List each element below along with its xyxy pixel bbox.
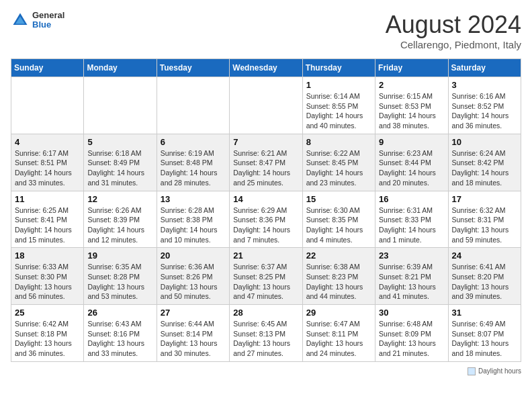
day-info: Sunrise: 6:45 AM Sunset: 8:13 PM Dayligh… <box>233 319 298 359</box>
calendar-cell: 11Sunrise: 6:25 AM Sunset: 8:41 PM Dayli… <box>11 191 84 248</box>
week-row-2: 4Sunrise: 6:17 AM Sunset: 8:51 PM Daylig… <box>11 134 521 191</box>
day-number: 19 <box>87 250 152 261</box>
calendar-cell: 27Sunrise: 6:44 AM Sunset: 8:14 PM Dayli… <box>157 305 229 362</box>
calendar-cell <box>230 77 302 134</box>
calendar-cell: 31Sunrise: 6:49 AM Sunset: 8:07 PM Dayli… <box>448 305 521 362</box>
calendar-cell: 21Sunrise: 6:37 AM Sunset: 8:25 PM Dayli… <box>230 248 302 305</box>
day-number: 18 <box>15 250 80 261</box>
logo-blue-text: Blue <box>32 20 64 30</box>
day-number: 30 <box>379 308 444 318</box>
day-number: 6 <box>161 137 226 147</box>
calendar-cell: 12Sunrise: 6:26 AM Sunset: 8:39 PM Dayli… <box>84 191 157 248</box>
weekday-header-sunday: Sunday <box>11 59 84 77</box>
day-info: Sunrise: 6:18 AM Sunset: 8:49 PM Dayligh… <box>87 148 152 188</box>
day-info: Sunrise: 6:31 AM Sunset: 8:33 PM Dayligh… <box>379 205 444 245</box>
calendar-cell: 29Sunrise: 6:47 AM Sunset: 8:11 PM Dayli… <box>302 305 375 362</box>
day-info: Sunrise: 6:21 AM Sunset: 8:47 PM Dayligh… <box>233 148 298 188</box>
day-info: Sunrise: 6:23 AM Sunset: 8:44 PM Dayligh… <box>379 148 444 188</box>
day-number: 27 <box>161 308 226 318</box>
day-info: Sunrise: 6:24 AM Sunset: 8:42 PM Dayligh… <box>452 148 517 188</box>
week-row-1: 1Sunrise: 6:14 AM Sunset: 8:55 PM Daylig… <box>11 77 521 134</box>
calendar-cell: 10Sunrise: 6:24 AM Sunset: 8:42 PM Dayli… <box>448 134 521 191</box>
calendar-cell: 6Sunrise: 6:19 AM Sunset: 8:48 PM Daylig… <box>157 134 229 191</box>
calendar-cell: 24Sunrise: 6:41 AM Sunset: 8:20 PM Dayli… <box>448 248 521 305</box>
calendar-cell: 2Sunrise: 6:15 AM Sunset: 8:53 PM Daylig… <box>375 77 448 134</box>
calendar-cell: 23Sunrise: 6:39 AM Sunset: 8:21 PM Dayli… <box>375 248 448 305</box>
day-number: 8 <box>306 137 371 147</box>
day-number: 9 <box>379 137 444 147</box>
day-number: 15 <box>306 194 371 204</box>
calendar-cell: 9Sunrise: 6:23 AM Sunset: 8:44 PM Daylig… <box>375 134 448 191</box>
calendar-cell: 20Sunrise: 6:36 AM Sunset: 8:26 PM Dayli… <box>157 248 229 305</box>
day-number: 31 <box>452 308 517 318</box>
header: General Blue August 2024 Cellarengo, Pie… <box>11 11 521 50</box>
day-number: 22 <box>306 250 371 261</box>
day-info: Sunrise: 6:38 AM Sunset: 8:23 PM Dayligh… <box>306 262 371 302</box>
day-number: 5 <box>87 137 152 147</box>
calendar-cell <box>157 77 229 134</box>
calendar-cell <box>11 77 84 134</box>
day-number: 11 <box>15 194 80 204</box>
day-info: Sunrise: 6:36 AM Sunset: 8:26 PM Dayligh… <box>161 262 226 302</box>
day-info: Sunrise: 6:33 AM Sunset: 8:30 PM Dayligh… <box>15 262 80 302</box>
calendar-cell: 28Sunrise: 6:45 AM Sunset: 8:13 PM Dayli… <box>230 305 302 362</box>
calendar-cell: 19Sunrise: 6:35 AM Sunset: 8:28 PM Dayli… <box>84 248 157 305</box>
day-info: Sunrise: 6:48 AM Sunset: 8:09 PM Dayligh… <box>379 319 444 359</box>
calendar-cell: 26Sunrise: 6:43 AM Sunset: 8:16 PM Dayli… <box>84 305 157 362</box>
calendar-table: SundayMondayTuesdayWednesdayThursdayFrid… <box>11 58 521 362</box>
day-number: 2 <box>379 80 444 90</box>
weekday-header-tuesday: Tuesday <box>157 59 229 77</box>
calendar-cell: 14Sunrise: 6:29 AM Sunset: 8:36 PM Dayli… <box>230 191 302 248</box>
day-number: 17 <box>452 194 517 204</box>
day-info: Sunrise: 6:47 AM Sunset: 8:11 PM Dayligh… <box>306 319 371 359</box>
daylight-label: Daylight hours <box>478 367 521 375</box>
week-row-5: 25Sunrise: 6:42 AM Sunset: 8:18 PM Dayli… <box>11 305 521 362</box>
daylight-legend: Daylight hours <box>468 367 521 375</box>
logo: General Blue <box>11 11 64 30</box>
week-row-3: 11Sunrise: 6:25 AM Sunset: 8:41 PM Dayli… <box>11 191 521 248</box>
day-info: Sunrise: 6:35 AM Sunset: 8:28 PM Dayligh… <box>87 262 152 302</box>
calendar-cell: 22Sunrise: 6:38 AM Sunset: 8:23 PM Dayli… <box>302 248 375 305</box>
day-info: Sunrise: 6:26 AM Sunset: 8:39 PM Dayligh… <box>87 205 152 245</box>
day-number: 28 <box>233 308 298 318</box>
day-info: Sunrise: 6:49 AM Sunset: 8:07 PM Dayligh… <box>452 319 517 359</box>
day-info: Sunrise: 6:14 AM Sunset: 8:55 PM Dayligh… <box>306 91 371 131</box>
title-area: August 2024 Cellarengo, Piedmont, Italy <box>386 11 521 50</box>
day-number: 4 <box>15 137 80 147</box>
day-info: Sunrise: 6:16 AM Sunset: 8:52 PM Dayligh… <box>452 91 517 131</box>
calendar-cell: 30Sunrise: 6:48 AM Sunset: 8:09 PM Dayli… <box>375 305 448 362</box>
day-info: Sunrise: 6:41 AM Sunset: 8:20 PM Dayligh… <box>452 262 517 302</box>
calendar-cell: 4Sunrise: 6:17 AM Sunset: 8:51 PM Daylig… <box>11 134 84 191</box>
logo-general-text: General <box>32 11 64 20</box>
calendar-cell: 7Sunrise: 6:21 AM Sunset: 8:47 PM Daylig… <box>230 134 302 191</box>
day-info: Sunrise: 6:32 AM Sunset: 8:31 PM Dayligh… <box>452 205 517 245</box>
day-info: Sunrise: 6:15 AM Sunset: 8:53 PM Dayligh… <box>379 91 444 131</box>
day-number: 26 <box>87 308 152 318</box>
day-number: 3 <box>452 80 517 90</box>
day-number: 25 <box>15 308 80 318</box>
week-row-4: 18Sunrise: 6:33 AM Sunset: 8:30 PM Dayli… <box>11 248 521 305</box>
day-info: Sunrise: 6:44 AM Sunset: 8:14 PM Dayligh… <box>161 319 226 359</box>
location: Cellarengo, Piedmont, Italy <box>386 39 521 50</box>
day-info: Sunrise: 6:25 AM Sunset: 8:41 PM Dayligh… <box>15 205 80 245</box>
daylight-legend-box <box>468 367 476 375</box>
day-number: 12 <box>87 194 152 204</box>
day-number: 16 <box>379 194 444 204</box>
month-title: August 2024 <box>386 11 521 39</box>
day-number: 29 <box>306 308 371 318</box>
day-info: Sunrise: 6:42 AM Sunset: 8:18 PM Dayligh… <box>15 319 80 359</box>
calendar-cell: 3Sunrise: 6:16 AM Sunset: 8:52 PM Daylig… <box>448 77 521 134</box>
day-info: Sunrise: 6:22 AM Sunset: 8:45 PM Dayligh… <box>306 148 371 188</box>
day-number: 7 <box>233 137 298 147</box>
day-info: Sunrise: 6:30 AM Sunset: 8:35 PM Dayligh… <box>306 205 371 245</box>
day-number: 14 <box>233 194 298 204</box>
logo-icon <box>11 11 30 30</box>
calendar-cell: 5Sunrise: 6:18 AM Sunset: 8:49 PM Daylig… <box>84 134 157 191</box>
weekday-header-monday: Monday <box>84 59 157 77</box>
day-info: Sunrise: 6:37 AM Sunset: 8:25 PM Dayligh… <box>233 262 298 302</box>
day-info: Sunrise: 6:17 AM Sunset: 8:51 PM Dayligh… <box>15 148 80 188</box>
weekday-header-saturday: Saturday <box>448 59 521 77</box>
day-number: 21 <box>233 250 298 261</box>
weekday-header-row: SundayMondayTuesdayWednesdayThursdayFrid… <box>11 59 521 77</box>
day-number: 10 <box>452 137 517 147</box>
